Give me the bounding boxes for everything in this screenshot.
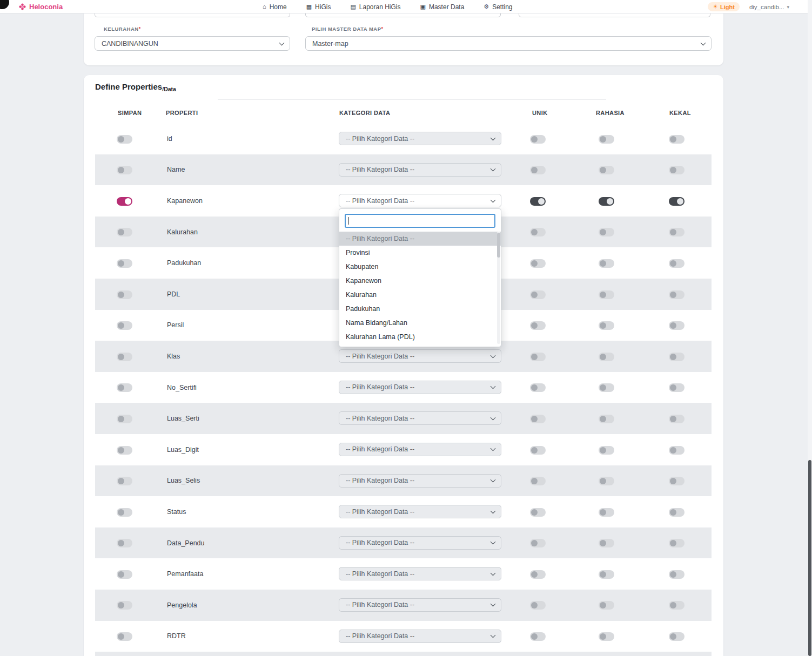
- rahasia-toggle[interactable]: [599, 353, 614, 361]
- dropdown-option[interactable]: Kalurahan Lama (PDL): [339, 330, 501, 344]
- truncated-input[interactable]: [95, 13, 290, 17]
- unik-toggle[interactable]: [530, 259, 546, 268]
- kategori-data-select[interactable]: -- Pilih Kategori Data --: [339, 505, 501, 518]
- kategori-data-select[interactable]: -- Pilih Kategori Data --: [339, 536, 501, 550]
- unik-toggle[interactable]: [530, 321, 546, 330]
- kategori-data-select[interactable]: -- Pilih Kategori Data --: [339, 443, 501, 456]
- rahasia-toggle[interactable]: [599, 259, 614, 268]
- kategori-data-select[interactable]: -- Pilih Kategori Data --: [339, 630, 501, 643]
- simpan-toggle[interactable]: [117, 290, 132, 299]
- kekal-toggle[interactable]: [669, 321, 685, 330]
- kekal-toggle[interactable]: [669, 166, 685, 174]
- rahasia-toggle[interactable]: [599, 321, 614, 330]
- dropdown-option[interactable]: Padukuhan: [339, 302, 501, 316]
- simpan-toggle[interactable]: [117, 383, 132, 392]
- dropdown-option[interactable]: Kapanewon: [339, 274, 501, 288]
- kekal-toggle[interactable]: [669, 539, 685, 547]
- kekal-toggle[interactable]: [669, 632, 685, 641]
- nav-item-master-data[interactable]: ▣ Master Data: [420, 3, 465, 11]
- simpan-toggle[interactable]: [117, 601, 132, 610]
- unik-toggle[interactable]: [530, 135, 546, 144]
- rahasia-toggle[interactable]: [599, 539, 614, 547]
- simpan-toggle[interactable]: [117, 228, 132, 236]
- truncated-input[interactable]: [519, 13, 710, 17]
- unik-toggle[interactable]: [530, 415, 546, 423]
- kategori-data-select[interactable]: -- Pilih Kategori Data --: [339, 598, 501, 612]
- simpan-toggle[interactable]: [117, 415, 132, 423]
- unik-toggle[interactable]: [530, 570, 546, 579]
- simpan-toggle[interactable]: [117, 539, 132, 547]
- simpan-toggle[interactable]: [117, 321, 132, 330]
- kategori-data-select[interactable]: -- Pilih Kategori Data --: [339, 349, 501, 363]
- simpan-toggle[interactable]: [117, 259, 132, 268]
- rahasia-toggle[interactable]: [599, 135, 614, 144]
- rahasia-toggle[interactable]: [599, 383, 614, 392]
- kekal-toggle[interactable]: [669, 135, 685, 144]
- unik-toggle[interactable]: [530, 508, 546, 517]
- page-scrollbar-thumb[interactable]: [808, 460, 811, 656]
- kekal-toggle[interactable]: [669, 353, 685, 361]
- truncated-input[interactable]: [305, 13, 501, 17]
- unik-toggle[interactable]: [530, 539, 546, 547]
- kekal-toggle[interactable]: [669, 446, 685, 455]
- simpan-toggle[interactable]: [117, 353, 132, 361]
- kekal-toggle[interactable]: [669, 290, 685, 299]
- kekal-toggle[interactable]: [669, 197, 685, 206]
- rahasia-toggle[interactable]: [599, 570, 614, 579]
- rahasia-toggle[interactable]: [599, 415, 614, 423]
- kategori-data-select[interactable]: -- Pilih Kategori Data --: [339, 474, 501, 488]
- unik-toggle[interactable]: [530, 290, 546, 299]
- kekal-toggle[interactable]: [669, 508, 685, 517]
- brand-logo[interactable]: Heloconia: [19, 0, 63, 13]
- dropdown-option[interactable]: Nama Bidang/Lahan: [339, 316, 501, 330]
- rahasia-toggle[interactable]: [599, 197, 614, 206]
- unik-toggle[interactable]: [530, 383, 546, 392]
- unik-toggle[interactable]: [530, 601, 546, 610]
- simpan-toggle[interactable]: [117, 508, 132, 517]
- rahasia-toggle[interactable]: [599, 632, 614, 641]
- nav-item-higis[interactable]: ▦ HiGis: [306, 3, 331, 11]
- theme-toggle-badge[interactable]: ☀ Light: [708, 2, 740, 11]
- simpan-toggle[interactable]: [117, 446, 132, 455]
- rahasia-toggle[interactable]: [599, 446, 614, 455]
- unik-toggle[interactable]: [530, 166, 546, 174]
- nav-item-laporan-higis[interactable]: ▤ Laporan HiGis: [350, 3, 400, 11]
- dropdown-option[interactable]: Kabupaten: [339, 260, 501, 274]
- rahasia-toggle[interactable]: [599, 228, 614, 236]
- dropdown-scrollbar[interactable]: [497, 232, 500, 344]
- simpan-toggle[interactable]: [117, 570, 132, 579]
- rahasia-toggle[interactable]: [599, 166, 614, 174]
- kekal-toggle[interactable]: [669, 477, 685, 485]
- dropdown-option[interactable]: -- Pilih Kategori Data --: [339, 232, 501, 246]
- kategori-data-select[interactable]: -- Pilih Kategori Data --: [339, 567, 501, 580]
- kategori-data-select[interactable]: -- Pilih Kategori Data --: [339, 381, 501, 394]
- dropdown-option[interactable]: Kalurahan: [339, 288, 501, 302]
- rahasia-toggle[interactable]: [599, 477, 614, 485]
- rahasia-toggle[interactable]: [599, 508, 614, 517]
- kategori-data-select[interactable]: -- Pilih Kategori Data --: [339, 411, 501, 425]
- kekal-toggle[interactable]: [669, 228, 685, 236]
- dropdown-search-input[interactable]: [345, 214, 495, 228]
- unik-toggle[interactable]: [530, 477, 546, 485]
- kategori-data-select[interactable]: -- Pilih Kategori Data --: [339, 132, 501, 145]
- unik-toggle[interactable]: [530, 632, 546, 641]
- unik-toggle[interactable]: [530, 197, 546, 206]
- simpan-toggle[interactable]: [117, 135, 132, 144]
- unik-toggle[interactable]: [530, 353, 546, 361]
- rahasia-toggle[interactable]: [599, 290, 614, 299]
- simpan-toggle[interactable]: [117, 197, 132, 206]
- unik-toggle[interactable]: [530, 446, 546, 455]
- unik-toggle[interactable]: [530, 228, 546, 236]
- kekal-toggle[interactable]: [669, 383, 685, 392]
- simpan-toggle[interactable]: [117, 632, 132, 641]
- master-map-select[interactable]: Master-map: [305, 36, 712, 51]
- kategori-data-select[interactable]: -- Pilih Kategori Data --: [339, 194, 501, 207]
- nav-item-setting[interactable]: ⚙ Setting: [484, 3, 512, 11]
- kelurahan-select[interactable]: CANDIBINANGUN: [95, 36, 290, 51]
- kekal-toggle[interactable]: [669, 415, 685, 423]
- dropdown-scrollbar-thumb[interactable]: [497, 233, 500, 258]
- kekal-toggle[interactable]: [669, 601, 685, 610]
- nav-item-home[interactable]: ⌂ Home: [263, 3, 287, 11]
- simpan-toggle[interactable]: [117, 477, 132, 485]
- simpan-toggle[interactable]: [117, 166, 132, 174]
